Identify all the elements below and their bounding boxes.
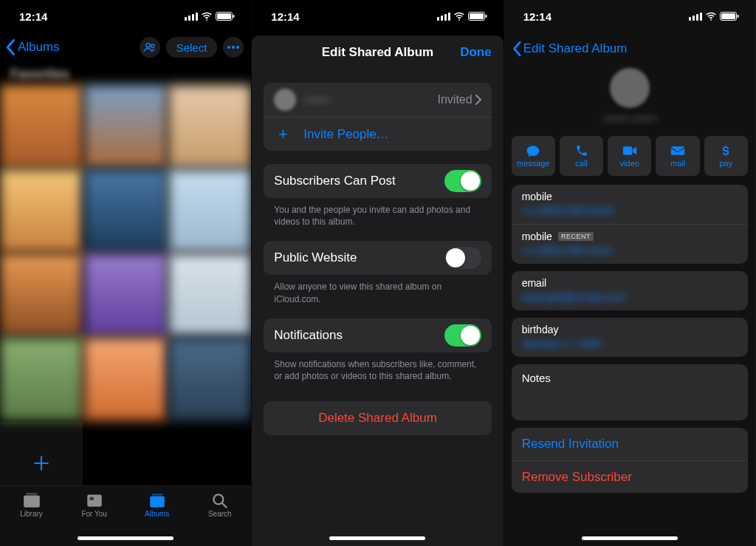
public-website-toggle[interactable] bbox=[444, 247, 481, 269]
pay-button[interactable]: pay bbox=[704, 136, 748, 176]
panel-photos-grid: 12:14 Albums Select Favorites bbox=[0, 0, 252, 546]
notes-field[interactable]: Notes bbox=[512, 364, 748, 420]
photo-thumbnail[interactable] bbox=[84, 85, 167, 168]
subscribers-can-post-row: Subscribers Can Post bbox=[264, 164, 491, 198]
mobile-value: +1 (555) 555-0100 bbox=[522, 204, 738, 216]
photo-thumbnail[interactable] bbox=[84, 338, 167, 420]
back-label: Albums bbox=[18, 40, 60, 55]
subscriber-row[interactable]: —— Invited bbox=[264, 83, 491, 117]
svg-rect-22 bbox=[444, 14, 447, 21]
mail-icon bbox=[670, 144, 685, 157]
avatar bbox=[610, 68, 650, 108]
notifications-toggle[interactable] bbox=[444, 324, 481, 347]
chevron-left-icon bbox=[512, 41, 523, 57]
subscribers-can-post-toggle[interactable] bbox=[444, 170, 481, 192]
panel-contact-detail: 12:14 Edit Shared Album —— —— message ca… bbox=[504, 0, 756, 546]
tab-library[interactable]: Library bbox=[0, 492, 63, 546]
svg-rect-23 bbox=[448, 13, 450, 21]
svg-line-19 bbox=[222, 503, 226, 507]
svg-rect-15 bbox=[89, 497, 93, 500]
panel-edit-shared-album: 12:14 Edit Shared Album Done —— Invited … bbox=[252, 0, 504, 546]
video-icon bbox=[622, 144, 637, 157]
mobile-row[interactable]: mobile +1 (555) 555-0100 bbox=[512, 185, 748, 224]
notifications-row: Notifications bbox=[264, 318, 491, 352]
svg-rect-0 bbox=[185, 17, 187, 21]
album-title: Favorites bbox=[0, 62, 251, 85]
svg-rect-30 bbox=[700, 13, 702, 21]
back-button[interactable]: Albums bbox=[4, 38, 60, 56]
shared-filter-button[interactable] bbox=[140, 37, 160, 58]
birthday-value: January 1, 1990 bbox=[522, 337, 738, 349]
status-time: 12:14 bbox=[271, 10, 299, 23]
sheet-title: Edit Shared Album bbox=[322, 45, 433, 60]
public-website-row: Public Website bbox=[264, 241, 491, 275]
photo-thumbnail[interactable] bbox=[84, 169, 167, 252]
photo-thumbnail[interactable] bbox=[84, 253, 167, 336]
back-button[interactable]: Edit Shared Album bbox=[512, 41, 628, 57]
mobile-row-recent[interactable]: mobileRECENT +1 (555) 555-0101 bbox=[512, 224, 748, 264]
delete-shared-album-button[interactable]: Delete Shared Album bbox=[264, 401, 491, 435]
ellipsis-icon bbox=[227, 46, 239, 49]
status-indicators bbox=[689, 12, 739, 21]
status-bar: 12:14 bbox=[504, 0, 755, 33]
public-caption: Allow anyone to view this shared album o… bbox=[252, 275, 503, 304]
subscribers-caption: You and the people you invite can add ph… bbox=[252, 198, 503, 228]
svg-point-8 bbox=[151, 44, 154, 47]
home-indicator[interactable] bbox=[582, 536, 678, 540]
svg-rect-20 bbox=[437, 17, 439, 21]
photo-thumbnail[interactable] bbox=[168, 169, 251, 252]
svg-rect-26 bbox=[485, 15, 487, 18]
tab-search[interactable]: Search bbox=[188, 492, 251, 546]
call-button[interactable]: call bbox=[560, 136, 603, 176]
home-indicator[interactable] bbox=[78, 536, 173, 540]
svg-rect-12 bbox=[24, 496, 40, 508]
plus-icon bbox=[32, 454, 51, 473]
status-bar: 12:14 bbox=[252, 0, 503, 33]
photo-thumbnail[interactable] bbox=[0, 253, 83, 336]
phone-icon bbox=[574, 144, 589, 157]
subscriber-name: —— bbox=[305, 92, 437, 107]
svg-point-7 bbox=[145, 44, 149, 47]
photo-thumbnail[interactable] bbox=[168, 85, 251, 168]
mail-button[interactable]: mail bbox=[656, 136, 699, 176]
library-icon bbox=[22, 492, 41, 508]
mobile-value: +1 (555) 555-0101 bbox=[522, 244, 738, 256]
remove-subscriber-button[interactable]: Remove Subscriber bbox=[512, 460, 748, 493]
svg-point-18 bbox=[213, 494, 223, 504]
svg-rect-28 bbox=[693, 16, 695, 21]
svg-rect-34 bbox=[623, 146, 633, 155]
photo-thumbnail[interactable] bbox=[168, 253, 251, 336]
photo-thumbnail[interactable] bbox=[0, 169, 83, 252]
photo-thumbnail[interactable] bbox=[0, 85, 83, 168]
birthday-row[interactable]: birthday January 1, 1990 bbox=[512, 318, 748, 357]
status-time: 12:14 bbox=[19, 10, 47, 23]
video-button[interactable]: video bbox=[608, 136, 651, 176]
status-indicators bbox=[437, 12, 487, 21]
resend-invitation-button[interactable]: Resend Invitation bbox=[512, 428, 748, 460]
chevron-left-icon bbox=[4, 38, 18, 56]
message-button[interactable]: message bbox=[512, 136, 555, 176]
notifications-caption: Show notifications when subscribers like… bbox=[252, 352, 503, 382]
svg-rect-33 bbox=[737, 15, 738, 18]
select-button[interactable]: Select bbox=[166, 37, 218, 58]
albums-icon bbox=[148, 492, 167, 508]
photo-thumbnail[interactable] bbox=[0, 338, 83, 420]
invite-people-button[interactable]: + Invite People… bbox=[264, 117, 491, 151]
search-icon bbox=[210, 492, 230, 508]
email-row[interactable]: email example@email.com bbox=[512, 271, 748, 310]
svg-rect-13 bbox=[26, 493, 37, 494]
svg-rect-3 bbox=[196, 13, 198, 21]
invited-label: Invited bbox=[438, 93, 472, 106]
contact-name: —— —— bbox=[602, 111, 656, 126]
svg-rect-32 bbox=[721, 13, 735, 19]
plus-icon: + bbox=[274, 125, 292, 144]
photo-grid bbox=[0, 85, 251, 505]
chevron-right-icon bbox=[475, 95, 481, 105]
svg-rect-35 bbox=[671, 146, 684, 155]
email-value: example@email.com bbox=[522, 290, 738, 303]
done-button[interactable]: Done bbox=[460, 45, 492, 60]
more-button[interactable] bbox=[223, 37, 244, 58]
home-indicator[interactable] bbox=[329, 536, 425, 540]
status-time: 12:14 bbox=[523, 10, 551, 23]
photo-thumbnail[interactable] bbox=[168, 338, 251, 420]
